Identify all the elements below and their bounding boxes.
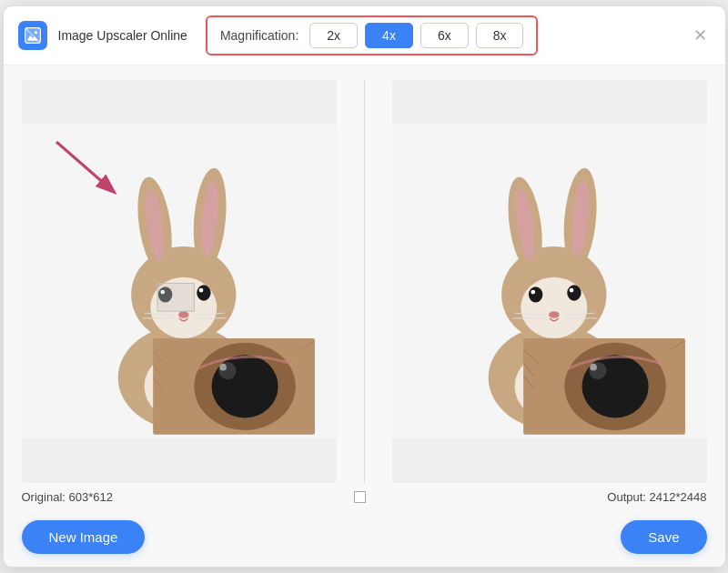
- compare-checkbox[interactable]: [354, 491, 366, 503]
- app-window: Image Upscaler Online Magnification: 2x …: [3, 5, 726, 568]
- svg-point-44: [567, 285, 581, 300]
- mag-btn-6x[interactable]: 6x: [420, 23, 469, 48]
- original-image-frame: [22, 80, 337, 483]
- svg-point-15: [198, 288, 203, 293]
- svg-point-55: [590, 364, 597, 371]
- svg-point-14: [197, 285, 210, 300]
- app-title: Image Upscaler Online: [58, 28, 187, 43]
- svg-point-26: [219, 364, 227, 371]
- right-image-panel: [392, 80, 707, 483]
- footer: New Image Save: [4, 511, 725, 567]
- magnification-label: Magnification:: [220, 28, 298, 43]
- titlebar: Image Upscaler Online Magnification: 2x …: [4, 6, 725, 65]
- app-icon: [18, 21, 47, 50]
- output-info: Output: 2412*2448: [607, 490, 706, 504]
- svg-point-42: [528, 286, 541, 302]
- svg-point-46: [549, 311, 560, 318]
- panel-divider: [364, 80, 365, 483]
- content-area: [4, 65, 725, 483]
- mag-btn-4x[interactable]: 4x: [365, 23, 413, 48]
- svg-rect-21: [157, 283, 193, 311]
- save-button[interactable]: Save: [621, 520, 706, 554]
- svg-point-45: [569, 288, 573, 293]
- svg-point-43: [531, 290, 535, 295]
- output-image-frame: [392, 80, 707, 483]
- magnification-controls: Magnification: 2x 4x 6x 8x: [206, 15, 539, 55]
- status-center: [113, 491, 607, 503]
- status-bar: Original: 603*612 Output: 2412*2448: [4, 483, 725, 511]
- new-image-button[interactable]: New Image: [22, 520, 146, 554]
- close-button[interactable]: ✕: [690, 27, 711, 44]
- original-info: Original: 603*612: [22, 490, 113, 504]
- mag-btn-2x[interactable]: 2x: [309, 23, 358, 48]
- svg-point-16: [178, 311, 189, 318]
- mag-btn-8x[interactable]: 8x: [476, 23, 524, 48]
- left-image-panel: [22, 80, 337, 483]
- svg-point-1: [34, 31, 36, 34]
